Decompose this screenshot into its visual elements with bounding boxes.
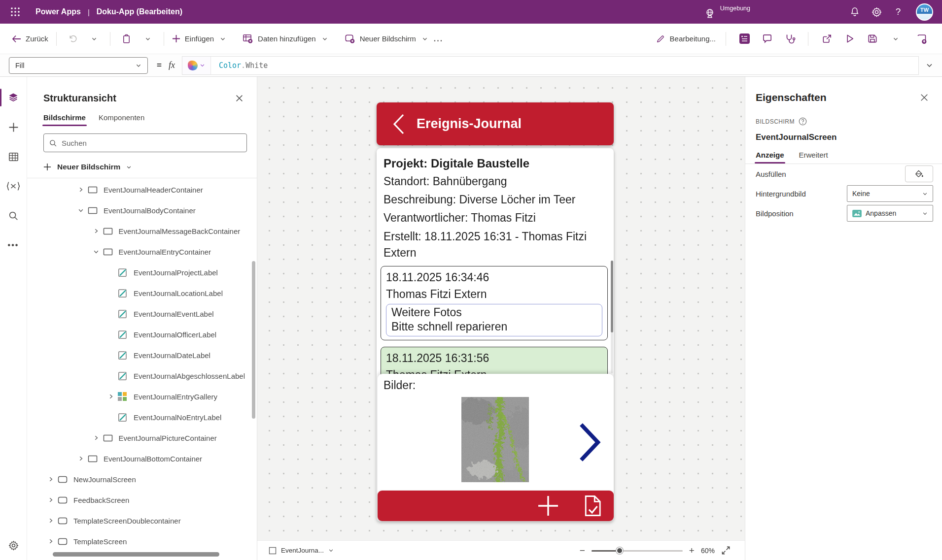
- rail-item-search[interactable]: [0, 201, 27, 231]
- back-button[interactable]: Zurück: [10, 32, 50, 46]
- tree-item[interactable]: TemplateScreenDoublecontainer: [27, 510, 257, 531]
- tree-horizontal-scrollbar[interactable]: [53, 552, 219, 557]
- tab-bildschirme[interactable]: Bildschirme: [43, 113, 86, 126]
- entry-comment-box[interactable]: Weitere Fotos Bitte schnell reparieren: [386, 304, 602, 336]
- insert-button[interactable]: Einfügen: [170, 32, 228, 46]
- formula-text[interactable]: Color.White: [211, 61, 268, 70]
- share-button[interactable]: [816, 29, 837, 49]
- save-button[interactable]: [862, 29, 882, 49]
- tree-item[interactable]: EventJournalPictureContainer: [27, 428, 257, 448]
- tab-anzeige[interactable]: Anzeige: [756, 151, 784, 164]
- rail-item-more[interactable]: •••: [0, 231, 27, 260]
- tree-item[interactable]: NewJournalScreen: [27, 469, 257, 490]
- rail-settings-button[interactable]: [0, 534, 27, 556]
- settings-button[interactable]: [866, 0, 887, 24]
- chevron-right-icon[interactable]: [90, 432, 102, 444]
- tree-item[interactable]: EventJournalOfficerLabel: [27, 324, 257, 345]
- tree-item[interactable]: TemplateScreen: [27, 531, 257, 552]
- tree-item[interactable]: EventJournalHeaderContainer: [27, 179, 257, 200]
- zoom-in-button[interactable]: +: [689, 546, 695, 555]
- chevron-right-icon[interactable]: [45, 494, 57, 506]
- save-dropdown[interactable]: [884, 29, 905, 49]
- publish-button[interactable]: [911, 29, 932, 49]
- waffle-menu-icon[interactable]: [7, 3, 24, 20]
- account-avatar[interactable]: TW: [916, 3, 933, 21]
- chevron-right-icon[interactable]: [45, 535, 57, 547]
- complete-journal-button[interactable]: [583, 494, 602, 517]
- tree-item[interactable]: EventJournalEventLabel: [27, 303, 257, 324]
- zoom-percentage[interactable]: 60%: [701, 547, 715, 555]
- structure-panel-close-button[interactable]: [234, 93, 245, 104]
- journal-entry[interactable]: 18.11.2025 16:34:46 Thomas Fitzi Extern …: [381, 266, 608, 340]
- tree-item[interactable]: EventJournalLocationLabel: [27, 283, 257, 303]
- next-image-chevron[interactable]: [578, 422, 601, 462]
- tree-item[interactable]: EventJournalAbgeschlossenLabel: [27, 365, 257, 386]
- rail-item-insert[interactable]: [0, 112, 27, 142]
- environment-picker[interactable]: Umgebung: [704, 4, 750, 19]
- chevron-down-icon[interactable]: [75, 204, 87, 216]
- chevron-right-icon[interactable]: [45, 515, 57, 527]
- paste-button[interactable]: [116, 29, 137, 49]
- tree-item[interactable]: EventJournalDateLabel: [27, 345, 257, 365]
- screen-selector[interactable]: EventJourna...: [269, 547, 334, 555]
- formula-bar-expand-chevron[interactable]: [926, 62, 933, 69]
- new-screen-tree-button[interactable]: Neuer Bildschirm: [43, 157, 257, 177]
- app-screen-header[interactable]: Ereignis-Journal: [377, 102, 614, 145]
- help-circle-icon[interactable]: [799, 117, 807, 126]
- add-data-button[interactable]: Daten hinzufügen: [240, 30, 330, 47]
- chevron-down-icon: [220, 36, 226, 42]
- zoom-slider-thumb[interactable]: [616, 547, 623, 554]
- comments-button[interactable]: [757, 29, 777, 49]
- image-position-select[interactable]: Anpassen: [847, 205, 933, 222]
- entry-gallery-scrollbar[interactable]: [611, 261, 613, 332]
- toolbar-overflow-button[interactable]: ...: [430, 34, 447, 43]
- properties-panel-close-button[interactable]: [918, 92, 930, 103]
- undo-dropdown[interactable]: [83, 29, 104, 49]
- background-image-select[interactable]: Keine: [847, 185, 933, 202]
- app-back-icon[interactable]: [391, 113, 406, 135]
- rail-item-data[interactable]: [0, 142, 27, 171]
- tree-item[interactable]: EventJournalEntryGallery: [27, 386, 257, 407]
- property-selector[interactable]: Fill: [9, 57, 148, 74]
- chevron-right-icon[interactable]: [45, 473, 57, 485]
- rail-item-tree-view[interactable]: [0, 83, 27, 112]
- help-button[interactable]: ?: [887, 0, 909, 24]
- tab-komponenten[interactable]: Komponenten: [99, 113, 144, 126]
- tree-item[interactable]: EventJournalBodyContainer: [27, 200, 257, 221]
- app-checker-button[interactable]: [779, 29, 800, 49]
- undo-button[interactable]: [63, 29, 83, 49]
- editing-mode-button[interactable]: Bearbeitung...: [654, 31, 718, 47]
- zoom-slider[interactable]: [592, 547, 683, 554]
- tree-item[interactable]: EventJournalProjectLabel: [27, 262, 257, 283]
- tree-item[interactable]: FeedbackScreen: [27, 490, 257, 510]
- chevron-right-icon[interactable]: [105, 391, 117, 402]
- brand-label[interactable]: Power Apps: [35, 7, 81, 16]
- paste-dropdown[interactable]: [137, 29, 158, 49]
- rail-item-variables[interactable]: [0, 171, 27, 201]
- app-preview[interactable]: Ereignis-Journal Projekt: Digitale Baust…: [377, 102, 614, 522]
- tree-vertical-scrollbar[interactable]: [252, 261, 255, 419]
- copilot-button[interactable]: [182, 57, 211, 74]
- tree-view-toggle-button[interactable]: [734, 29, 755, 49]
- tree-item[interactable]: EventJournalNoEntryLabel: [27, 407, 257, 428]
- entry-photo[interactable]: [461, 397, 529, 482]
- tree-search-box[interactable]: [43, 133, 247, 152]
- tree-search-input[interactable]: [62, 139, 242, 147]
- chevron-right-icon[interactable]: [90, 225, 102, 237]
- canvas[interactable]: Ereignis-Journal Projekt: Digitale Baust…: [257, 77, 745, 560]
- play-button[interactable]: [839, 29, 860, 49]
- chevron-right-icon[interactable]: [75, 184, 87, 196]
- fit-to-window-button[interactable]: [721, 546, 731, 555]
- notifications-button[interactable]: [844, 0, 866, 24]
- chevron-right-icon[interactable]: [75, 453, 87, 464]
- formula-input[interactable]: Color.White: [182, 56, 919, 75]
- fill-color-button[interactable]: [905, 165, 933, 182]
- chevron-down-icon[interactable]: [90, 246, 102, 258]
- tree-item[interactable]: EventJournalMessageBackContainer: [27, 221, 257, 241]
- tab-erweitert[interactable]: Erweitert: [799, 151, 828, 164]
- tree-item[interactable]: EventJournalEntryContainer: [27, 241, 257, 262]
- add-entry-button[interactable]: [537, 494, 559, 517]
- new-screen-button[interactable]: Neuer Bildschirm: [342, 30, 430, 47]
- zoom-out-button[interactable]: −: [580, 546, 585, 555]
- tree-item[interactable]: EventJournalBottomContainer: [27, 448, 257, 469]
